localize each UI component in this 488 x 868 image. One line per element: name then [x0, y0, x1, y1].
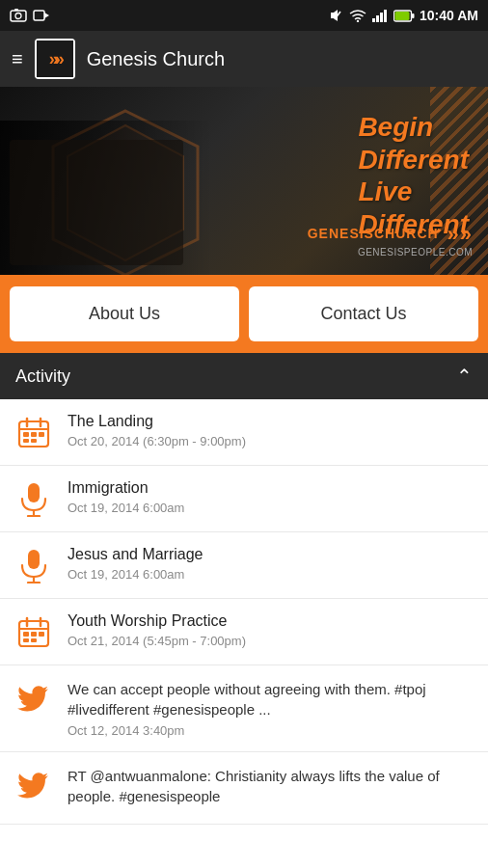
banner-branding: GENESISCHURCH »» GENESISPEOPLE.COM: [308, 222, 473, 258]
status-right-icons: 10:40 AM: [331, 8, 478, 23]
svg-rect-38: [31, 632, 37, 637]
photo-icon: [10, 9, 27, 22]
action-buttons-bar: About Us Contact Us: [0, 275, 488, 353]
svg-rect-12: [384, 10, 387, 22]
activity-list: The Landing Oct 20, 2014 (6:30pm - 9:00p…: [0, 399, 488, 825]
svg-rect-24: [39, 432, 44, 437]
list-item[interactable]: RT @antwuanmalone: Christianity always l…: [0, 752, 488, 825]
twitter-icon: [15, 681, 52, 718]
brand-url: GENESISPEOPLE.COM: [308, 247, 473, 258]
activity-item-content: The Landing Oct 20, 2014 (6:30pm - 9:00p…: [68, 413, 473, 448]
activity-item-date: Oct 20, 2014 (6:30pm - 9:00pm): [68, 434, 473, 448]
app-logo: »»: [35, 39, 75, 79]
svg-rect-11: [380, 13, 383, 22]
banner-line-1: Begin: [358, 111, 469, 144]
activity-item-date: Oct 21, 2014 (5:45pm - 7:00pm): [68, 634, 473, 648]
activity-item-date: Oct 19, 2014 6:00am: [68, 501, 473, 515]
about-us-button[interactable]: About Us: [10, 286, 239, 341]
svg-rect-14: [412, 14, 415, 18]
wifi-icon: [349, 9, 366, 22]
svg-rect-27: [28, 483, 40, 502]
brand-name-accent: CHURCH: [374, 226, 439, 241]
activity-item-content: Immigration Oct 19, 2014 6:00am: [68, 479, 473, 515]
video-icon: [33, 10, 50, 21]
mute-icon: [331, 8, 344, 23]
banner-line-3: Live: [358, 176, 469, 208]
svg-rect-15: [395, 12, 410, 20]
svg-rect-26: [31, 439, 37, 443]
app-header: ≡ »» Genesis Church: [0, 31, 488, 87]
calendar-icon: [15, 415, 52, 451]
activity-item-date: Oct 19, 2014 6:00am: [68, 567, 473, 582]
status-left-icons: [10, 9, 50, 22]
calendar-icon: [15, 614, 52, 651]
battery-icon: [393, 10, 415, 22]
svg-rect-23: [31, 432, 37, 437]
svg-rect-25: [23, 439, 29, 443]
logo-chevrons: »»: [49, 49, 61, 69]
svg-point-8: [357, 20, 359, 22]
activity-tweet-text: RT @antwuanmalone: Christianity always l…: [68, 766, 473, 806]
list-item[interactable]: Jesus and Marriage Oct 19, 2014 6:00am: [0, 532, 488, 599]
activity-item-content: RT @antwuanmalone: Christianity always l…: [68, 766, 473, 810]
activity-item-name: Jesus and Marriage: [68, 546, 473, 563]
activity-item-content: Youth Worship Practice Oct 21, 2014 (5:4…: [68, 612, 473, 648]
activity-item-date: Oct 12, 2014 3:40pm: [68, 723, 473, 738]
activity-tweet-text: We can accept people without agreeing wi…: [68, 679, 473, 719]
app-title: Genesis Church: [87, 48, 225, 70]
menu-icon[interactable]: ≡: [12, 48, 23, 70]
list-item[interactable]: Immigration Oct 19, 2014 6:00am: [0, 466, 488, 532]
brand-name-plain: GENESIS: [308, 226, 374, 241]
contact-us-button[interactable]: Contact Us: [249, 286, 478, 341]
svg-rect-30: [28, 550, 40, 569]
status-bar: 10:40 AM: [0, 0, 488, 31]
svg-rect-2: [14, 9, 18, 11]
svg-rect-40: [23, 638, 29, 642]
clock: 10:40 AM: [420, 8, 478, 23]
svg-rect-37: [23, 632, 29, 637]
svg-rect-10: [376, 15, 379, 22]
banner-silhouette: [10, 140, 183, 265]
promo-banner: Begin Different Live Different GENESISCH…: [0, 87, 488, 275]
svg-rect-0: [11, 11, 26, 21]
activity-title: Activity: [15, 366, 70, 387]
list-item[interactable]: We can accept people without agreeing wi…: [0, 665, 488, 752]
svg-point-1: [15, 14, 21, 19]
brand-name: GENESISCHURCH »»: [308, 222, 473, 247]
mic-icon: [15, 481, 52, 518]
banner-people-graphic: [0, 121, 212, 275]
banner-line-2: Different: [358, 144, 469, 176]
svg-rect-6: [331, 13, 334, 18]
activity-item-content: We can accept people without agreeing wi…: [68, 679, 473, 738]
svg-rect-9: [372, 18, 375, 22]
svg-rect-3: [34, 11, 44, 20]
list-item[interactable]: The Landing Oct 20, 2014 (6:30pm - 9:00p…: [0, 399, 488, 466]
svg-rect-22: [23, 432, 29, 437]
svg-rect-39: [39, 632, 44, 637]
brand-chevrons: »»: [447, 222, 473, 247]
signal-icon: [371, 9, 389, 22]
activity-item-name: Immigration: [68, 479, 473, 497]
twitter-icon: [15, 768, 52, 804]
activity-collapse-icon[interactable]: ⌃: [456, 365, 473, 388]
svg-rect-41: [31, 638, 37, 642]
activity-item-name: The Landing: [68, 413, 473, 430]
activity-item-content: Jesus and Marriage Oct 19, 2014 6:00am: [68, 546, 473, 582]
svg-marker-4: [44, 13, 49, 18]
activity-item-name: Youth Worship Practice: [68, 612, 473, 630]
activity-section-header[interactable]: Activity ⌃: [0, 353, 488, 399]
list-item[interactable]: Youth Worship Practice Oct 21, 2014 (5:4…: [0, 599, 488, 665]
mic-icon: [15, 548, 52, 584]
